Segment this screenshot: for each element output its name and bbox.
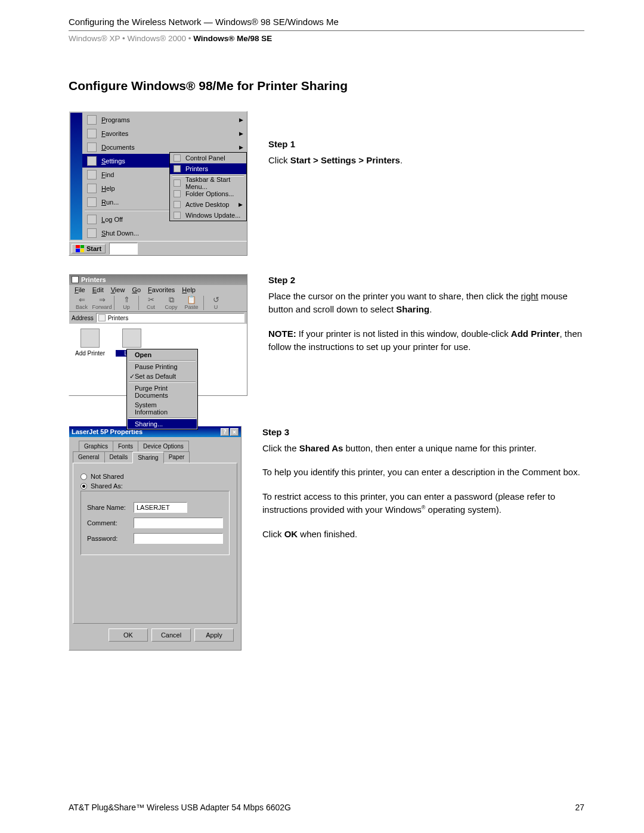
- menu-item-icon: [87, 170, 97, 179]
- context-setasdefault[interactable]: ✓Set as Default: [128, 371, 197, 381]
- tab-paper[interactable]: Paper: [163, 451, 190, 463]
- submenu-item-printers[interactable]: Printers: [170, 163, 246, 174]
- submenu-item-icon: [174, 201, 181, 208]
- start-menu-item-programs[interactable]: Programs▶: [82, 113, 247, 126]
- printers-window-titlebar: Printers: [69, 274, 247, 285]
- taskbar-tray: [109, 243, 138, 255]
- comment-field[interactable]: [134, 518, 223, 528]
- address-label: Address: [72, 315, 94, 321]
- comment-label: Comment:: [87, 519, 130, 527]
- toolbar-forward[interactable]: ⇒Forward: [92, 296, 112, 310]
- forward-icon: ⇒: [92, 296, 112, 304]
- footer-product: AT&T Plug&Share™ Wireless USB Adapter 54…: [69, 803, 291, 812]
- step2-note: NOTE: If your printer is not listed in t…: [268, 327, 584, 354]
- copy-icon: ⧉: [161, 296, 181, 304]
- printers-addressbar[interactable]: Address Printers: [69, 312, 247, 324]
- menu-item-icon: [87, 156, 97, 166]
- step3-p3: To restrict access to this printer, you …: [262, 490, 584, 517]
- not-shared-radio[interactable]: Not Shared: [80, 473, 230, 480]
- toolbar-cut[interactable]: ✂Cut: [141, 296, 161, 310]
- breadcrumb: Windows® XP • Windows® 2000 • Windows® M…: [69, 31, 584, 43]
- apply-button[interactable]: Apply: [194, 628, 234, 642]
- printers-toolbar[interactable]: ⇐Back⇒Forward⇑Up✂Cut⧉Copy📋Paste↺U: [69, 295, 247, 312]
- submenu-item-folderoptions[interactable]: Folder Options...: [170, 188, 246, 199]
- password-field[interactable]: [134, 533, 223, 544]
- printers-title: Printers: [81, 276, 106, 283]
- back-icon: ⇐: [72, 296, 92, 304]
- submenu-item-icon: [174, 154, 181, 162]
- tab-general[interactable]: General: [73, 451, 105, 463]
- menu-item-icon: [87, 143, 97, 152]
- menu-view[interactable]: View: [108, 286, 128, 293]
- footer-page: 27: [575, 803, 584, 812]
- folder-icon: [98, 314, 106, 321]
- properties-dialog-screenshot: LaserJet 5P Properties ? × GraphicsFonts…: [69, 426, 242, 651]
- page-header: Configuring the Wireless Network — Windo…: [69, 17, 584, 31]
- context-systeminformation[interactable]: System Information: [128, 400, 197, 417]
- breadcrumb-xp[interactable]: Windows® XP: [69, 34, 120, 43]
- cancel-button[interactable]: Cancel: [151, 628, 191, 642]
- context-sharing[interactable]: Sharing...: [128, 419, 197, 429]
- shared-as-fieldset: Share Name: LASERJET Comment: Password:: [80, 491, 230, 555]
- radio-icon: [80, 473, 87, 480]
- address-field[interactable]: Printers: [96, 313, 244, 323]
- menu-help[interactable]: Help: [179, 286, 199, 293]
- menu-item-icon: [87, 129, 97, 138]
- breadcrumb-2000[interactable]: Windows® 2000: [127, 34, 186, 43]
- toolbar-up[interactable]: ⇑Up: [116, 296, 137, 310]
- submenu-arrow-icon: ▶: [239, 117, 243, 123]
- paste-icon: 📋: [181, 296, 202, 304]
- check-icon: ✓: [129, 373, 135, 380]
- toolbar-paste[interactable]: 📋Paste: [181, 296, 202, 310]
- menu-item-icon: [87, 197, 97, 207]
- tab-fonts[interactable]: Fonts: [113, 441, 138, 451]
- start-button-label: Start: [86, 245, 101, 252]
- tab-details[interactable]: Details: [104, 451, 134, 463]
- printers-title-icon: [72, 276, 79, 283]
- ok-button[interactable]: OK: [109, 628, 148, 642]
- start-menu-item-shutdown[interactable]: Shut Down...: [82, 226, 247, 240]
- step3-p2: To help you identify this printer, you c…: [262, 466, 584, 479]
- printer-icon: [122, 329, 141, 348]
- toolbar-u[interactable]: ↺U: [206, 296, 226, 310]
- add-printer-icon[interactable]: Add Printer: [74, 329, 106, 357]
- start-menu-banner: [70, 113, 82, 240]
- start-button[interactable]: Start: [72, 244, 106, 253]
- step2-text: Place the cursor on the printer you want…: [268, 290, 584, 317]
- toolbar-copy[interactable]: ⧉Copy: [161, 296, 181, 310]
- menu-edit[interactable]: Edit: [89, 286, 107, 293]
- u-icon: ↺: [206, 296, 226, 304]
- breadcrumb-me98[interactable]: Windows® Me/98 SE: [193, 34, 272, 43]
- context-purgeprintdocuments[interactable]: Purge Print Documents: [128, 383, 197, 400]
- submenu-item-activedesktop[interactable]: Active Desktop▶: [170, 199, 246, 210]
- tab-graphics[interactable]: Graphics: [79, 441, 113, 451]
- shared-as-radio[interactable]: Shared As:: [80, 482, 230, 490]
- tab-sharing[interactable]: Sharing: [132, 452, 163, 463]
- menu-favorites[interactable]: Favorites: [145, 286, 178, 293]
- tab-deviceoptions[interactable]: Device Options: [138, 441, 189, 451]
- start-menu-item-favorites[interactable]: Favorites▶: [82, 126, 247, 140]
- context-pauseprinting[interactable]: Pause Printing: [128, 362, 197, 371]
- menu-item-icon: [87, 115, 97, 125]
- printers-content[interactable]: Add Printer Laser OpenPause Printing✓Set…: [69, 324, 247, 395]
- submenu-item-icon: [174, 165, 181, 172]
- submenu-item-taskbarstartmenu[interactable]: Taskbar & Start Menu...: [170, 178, 246, 188]
- close-button[interactable]: ×: [230, 428, 239, 436]
- step3-p1: Click the Shared As button, then enter a…: [262, 442, 584, 456]
- menu-file[interactable]: File: [72, 286, 88, 293]
- help-button[interactable]: ?: [221, 428, 229, 436]
- printers-menubar[interactable]: FileEditViewGoFavoritesHelp: [69, 285, 247, 295]
- printer-context-menu[interactable]: OpenPause Printing✓Set as DefaultPurge P…: [126, 349, 198, 430]
- submenu-item-windowsupdate[interactable]: Windows Update...: [170, 210, 246, 221]
- settings-submenu: Control PanelPrintersTaskbar & Start Men…: [169, 152, 247, 221]
- share-name-label: Share Name:: [87, 504, 130, 511]
- submenu-item-controlpanel[interactable]: Control Panel: [170, 153, 246, 163]
- toolbar-back[interactable]: ⇐Back: [72, 296, 92, 310]
- menu-item-icon: [87, 184, 97, 193]
- printer-wizard-icon: [80, 329, 100, 348]
- menu-go[interactable]: Go: [129, 286, 144, 293]
- step2-title: Step 2: [268, 274, 584, 287]
- password-label: Password:: [87, 535, 130, 542]
- context-open[interactable]: Open: [128, 350, 197, 360]
- share-name-field[interactable]: LASERJET: [134, 502, 187, 513]
